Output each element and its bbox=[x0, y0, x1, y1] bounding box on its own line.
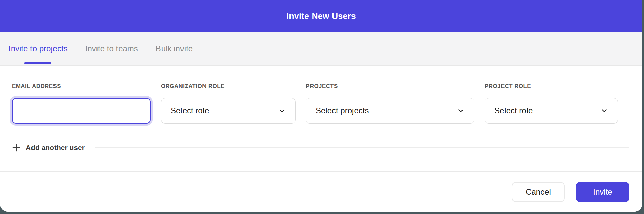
invite-form: EMAIL ADDRESS ORGANIZATION ROLE Select r… bbox=[0, 66, 642, 171]
projects-select[interactable]: Select projects bbox=[306, 98, 474, 124]
projects-label: PROJECTS bbox=[306, 83, 474, 90]
chevron-down-icon bbox=[278, 107, 286, 114]
divider-line bbox=[95, 147, 629, 148]
tab-label: Bulk invite bbox=[156, 44, 193, 53]
organization-role-select[interactable]: Select role bbox=[161, 98, 296, 124]
user-fields-row: EMAIL ADDRESS ORGANIZATION ROLE Select r… bbox=[0, 66, 642, 124]
tab-invite-to-teams[interactable]: Invite to teams bbox=[85, 32, 138, 65]
organization-role-label: ORGANIZATION ROLE bbox=[161, 83, 296, 90]
app-backdrop: Invite New Users Invite to projects Invi… bbox=[0, 0, 644, 214]
project-role-field-group: PROJECT ROLE Select role bbox=[485, 83, 618, 124]
add-another-user-label: Add another user bbox=[26, 144, 85, 152]
modal-header: Invite New Users bbox=[0, 0, 642, 32]
tab-label: Invite to teams bbox=[85, 44, 138, 53]
modal-title: Invite New Users bbox=[286, 11, 356, 21]
invite-button[interactable]: Invite bbox=[576, 182, 629, 202]
tab-bar: Invite to projects Invite to teams Bulk … bbox=[0, 32, 642, 66]
cancel-button[interactable]: Cancel bbox=[512, 182, 565, 202]
select-value: Select projects bbox=[316, 106, 369, 115]
projects-field-group: PROJECTS Select projects bbox=[306, 83, 474, 124]
email-address-label: EMAIL ADDRESS bbox=[12, 83, 151, 90]
tab-invite-to-projects[interactable]: Invite to projects bbox=[8, 32, 68, 65]
chevron-down-icon bbox=[457, 107, 465, 114]
add-user-row: Add another user bbox=[12, 139, 629, 156]
email-address-input[interactable] bbox=[12, 98, 151, 124]
add-another-user-button[interactable]: Add another user bbox=[12, 143, 85, 152]
email-address-field-group: EMAIL ADDRESS bbox=[12, 83, 151, 124]
invite-new-users-modal: Invite New Users Invite to projects Invi… bbox=[0, 0, 642, 212]
project-role-label: PROJECT ROLE bbox=[485, 83, 618, 90]
select-value: Select role bbox=[494, 106, 533, 115]
tab-label: Invite to projects bbox=[8, 44, 68, 53]
active-tab-indicator bbox=[24, 62, 51, 64]
modal-footer: Cancel Invite bbox=[0, 171, 642, 212]
organization-role-field-group: ORGANIZATION ROLE Select role bbox=[161, 83, 296, 124]
plus-icon bbox=[12, 143, 21, 152]
project-role-select[interactable]: Select role bbox=[485, 98, 618, 124]
tab-bulk-invite[interactable]: Bulk invite bbox=[156, 32, 193, 65]
select-value: Select role bbox=[171, 106, 209, 115]
chevron-down-icon bbox=[601, 107, 608, 114]
